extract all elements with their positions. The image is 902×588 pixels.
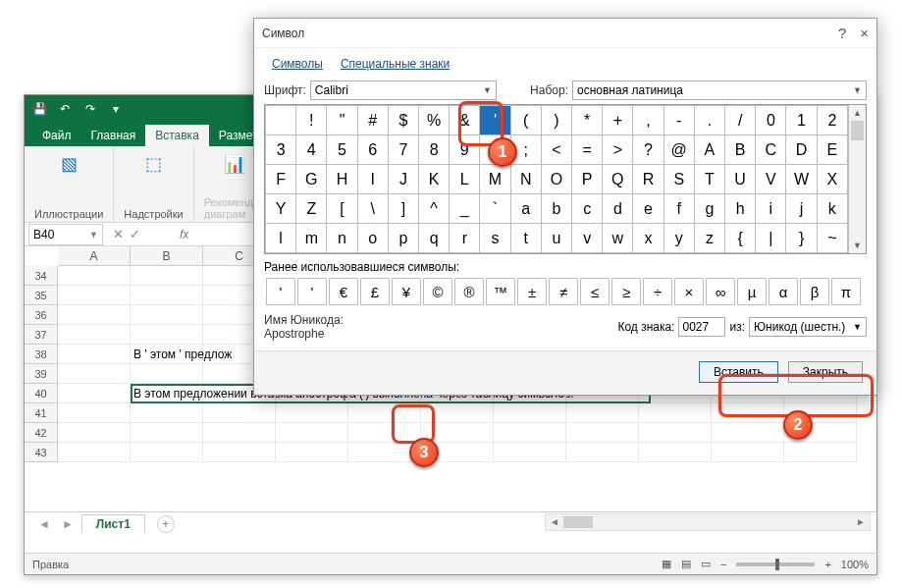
- char-cell[interactable]: e: [633, 194, 663, 224]
- cell[interactable]: [276, 403, 348, 423]
- char-cell[interactable]: z: [694, 224, 724, 253]
- close-button[interactable]: Закрыть: [788, 361, 863, 383]
- char-cell[interactable]: Y: [266, 194, 296, 224]
- char-cell[interactable]: K: [419, 165, 450, 194]
- char-cell[interactable]: h: [725, 194, 756, 224]
- char-cell[interactable]: t: [510, 224, 541, 253]
- char-cell[interactable]: D: [786, 135, 817, 165]
- row-header[interactable]: 39: [25, 364, 57, 384]
- char-cell[interactable]: U: [725, 165, 756, 194]
- cell[interactable]: [203, 423, 276, 443]
- char-cell[interactable]: 4: [296, 135, 327, 165]
- name-box[interactable]: B40▼: [28, 224, 103, 245]
- recent-char[interactable]: £: [360, 278, 390, 305]
- cell[interactable]: [131, 305, 203, 325]
- char-cell[interactable]: <: [541, 135, 571, 165]
- zoom-value[interactable]: 100%: [841, 559, 869, 570]
- chevron-down-icon[interactable]: ▼: [89, 230, 98, 240]
- char-cell[interactable]: S: [663, 165, 694, 194]
- tab-symbols[interactable]: Символы: [264, 54, 331, 75]
- char-cell[interactable]: L: [450, 165, 480, 194]
- char-cell[interactable]: W: [786, 165, 817, 194]
- view-layout-icon[interactable]: ▤: [681, 558, 691, 570]
- row-header[interactable]: 38: [25, 345, 57, 364]
- char-cell[interactable]: y: [663, 224, 694, 253]
- cell[interactable]: [712, 443, 784, 462]
- char-cell[interactable]: 8: [419, 135, 450, 165]
- cell[interactable]: [348, 423, 421, 443]
- cell[interactable]: [58, 443, 131, 462]
- row-header[interactable]: 43: [25, 443, 57, 462]
- cell[interactable]: [566, 403, 639, 423]
- char-cell[interactable]: b: [541, 194, 571, 224]
- redo-icon[interactable]: ↷: [81, 100, 99, 118]
- char-cell[interactable]: -: [663, 106, 694, 135]
- save-icon[interactable]: 💾: [30, 100, 48, 118]
- col-header[interactable]: A: [58, 246, 131, 265]
- char-cell[interactable]: >: [603, 135, 633, 165]
- cell[interactable]: [131, 266, 203, 286]
- row-header[interactable]: 34: [25, 266, 57, 286]
- char-cell[interactable]: v: [572, 224, 603, 253]
- dialog-titlebar[interactable]: Символ ? ×: [254, 19, 876, 48]
- cell[interactable]: [131, 423, 203, 443]
- recent-char[interactable]: π: [831, 278, 861, 305]
- recent-char[interactable]: ': [266, 278, 295, 305]
- char-cell[interactable]: 0: [756, 106, 786, 135]
- scroll-thumb[interactable]: [563, 516, 593, 528]
- char-cell[interactable]: l: [266, 224, 296, 253]
- recent-char[interactable]: ∞: [706, 278, 735, 305]
- char-cell[interactable]: H: [327, 165, 357, 194]
- char-cell[interactable]: \: [357, 194, 388, 224]
- cell[interactable]: [494, 423, 566, 443]
- cell[interactable]: [58, 403, 131, 423]
- char-cell[interactable]: X: [817, 165, 847, 194]
- char-cell[interactable]: }: [786, 224, 817, 253]
- char-cell[interactable]: T: [694, 165, 724, 194]
- char-cell[interactable]: (: [510, 106, 541, 135]
- char-cell[interactable]: M: [480, 165, 510, 194]
- char-cell[interactable]: C: [756, 135, 786, 165]
- cell[interactable]: В этом предложении вставка апострофа (')…: [131, 384, 203, 403]
- char-code-input[interactable]: [678, 317, 725, 337]
- row-headers[interactable]: 34353637383940414243: [25, 266, 58, 462]
- cell[interactable]: [276, 443, 348, 462]
- cell[interactable]: [131, 364, 203, 384]
- recent-char[interactable]: ≠: [549, 278, 578, 305]
- cell[interactable]: [131, 286, 203, 305]
- cell[interactable]: [58, 364, 131, 384]
- zoom-slider[interactable]: [736, 562, 815, 566]
- char-cell[interactable]: ?: [633, 135, 663, 165]
- char-cell[interactable]: O: [541, 165, 571, 194]
- char-cell[interactable]: B: [725, 135, 756, 165]
- font-select[interactable]: Calibri ▼: [310, 80, 497, 100]
- undo-icon[interactable]: ↶: [56, 100, 74, 118]
- char-cell[interactable]: Q: [603, 165, 633, 194]
- cell[interactable]: [639, 443, 712, 462]
- char-cell[interactable]: u: [541, 224, 571, 253]
- recent-char[interactable]: ≤: [580, 278, 610, 305]
- close-icon[interactable]: ×: [860, 25, 869, 41]
- cell[interactable]: [203, 403, 276, 423]
- recent-char[interactable]: ': [297, 278, 327, 305]
- subset-select[interactable]: основная латиница ▼: [572, 80, 867, 100]
- view-break-icon[interactable]: ▭: [701, 558, 711, 570]
- char-cell[interactable]: ]: [388, 194, 418, 224]
- recent-char[interactable]: ®: [454, 278, 484, 305]
- char-cell[interactable]: Z: [296, 194, 327, 224]
- char-cell[interactable]: p: [388, 224, 418, 253]
- char-cell[interactable]: ": [327, 106, 357, 135]
- row-header[interactable]: 35: [25, 286, 57, 305]
- char-cell[interactable]: A: [694, 135, 724, 165]
- recent-char[interactable]: €: [329, 278, 358, 305]
- cell[interactable]: [784, 443, 857, 462]
- cell[interactable]: [348, 403, 421, 423]
- char-cell[interactable]: N: [510, 165, 541, 194]
- char-cell[interactable]: m: [296, 224, 327, 253]
- cell[interactable]: [712, 403, 784, 423]
- insert-button[interactable]: Вставить: [699, 361, 778, 383]
- row-header[interactable]: 37: [25, 325, 57, 345]
- char-cell[interactable]: `: [480, 194, 510, 224]
- char-cell[interactable]: s: [480, 224, 510, 253]
- cell[interactable]: [203, 443, 276, 462]
